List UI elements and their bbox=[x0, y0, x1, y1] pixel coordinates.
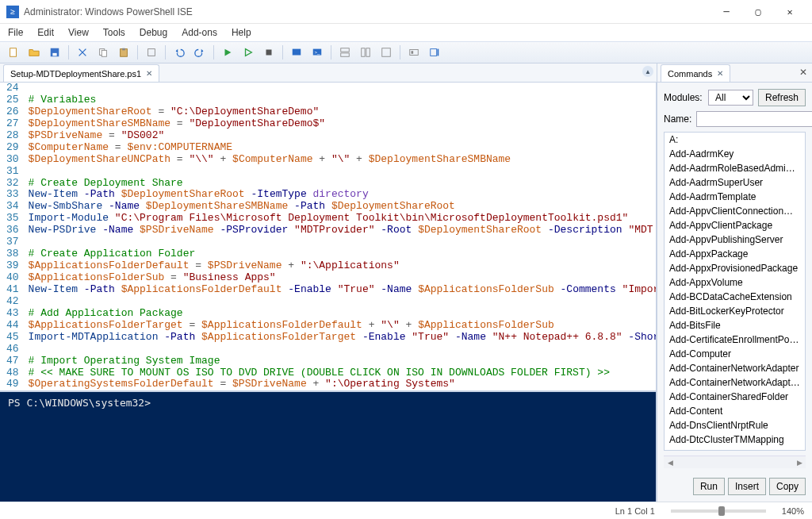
code-editor[interactable]: 2425# Variables26$DeploymentShareRoot = … bbox=[0, 83, 657, 390]
list-item[interactable]: Add-AppxProvisionedPackage bbox=[665, 261, 805, 275]
menu-debug[interactable]: Debug bbox=[136, 25, 170, 40]
code-line[interactable]: $OperatingSystemsFolderDefault = $PSDriv… bbox=[29, 379, 656, 390]
code-line[interactable] bbox=[29, 296, 656, 308]
code-line[interactable]: # Variables bbox=[29, 94, 656, 106]
clear-button[interactable] bbox=[143, 44, 160, 61]
run-selection-button[interactable] bbox=[239, 44, 257, 61]
list-item[interactable]: Add-Computer bbox=[665, 347, 805, 361]
code-line[interactable]: # Create Application Folder bbox=[29, 248, 656, 260]
insert-button[interactable]: Insert bbox=[728, 478, 766, 495]
list-item[interactable]: Add-AadrmTemplate bbox=[665, 190, 805, 204]
console-pane[interactable]: PS C:\WINDOWS\system32> bbox=[0, 390, 657, 502]
line-number: 36 bbox=[0, 225, 29, 236]
undo-button[interactable] bbox=[170, 44, 188, 61]
menu-add-ons[interactable]: Add-ons bbox=[178, 25, 220, 40]
code-line[interactable]: New-SmbShare -Name $DeploymentShareSMBNa… bbox=[29, 201, 656, 213]
svg-text:>_: >_ bbox=[315, 49, 321, 55]
code-line[interactable]: # Create Deployment Share bbox=[29, 178, 656, 190]
list-item[interactable]: Add-EtwTraceProvider bbox=[665, 447, 805, 451]
menu-edit[interactable]: Edit bbox=[34, 25, 57, 40]
tab-script[interactable]: Setup-MDTDeploymentShare.ps1 ✕ bbox=[3, 64, 159, 82]
tab-commands[interactable]: Commands ✕ bbox=[661, 64, 730, 82]
toggle-command-button[interactable] bbox=[426, 44, 443, 61]
list-item[interactable]: Add-AppvClientPackage bbox=[665, 218, 805, 233]
code-line[interactable] bbox=[29, 83, 656, 94]
list-item[interactable]: Add-AppxPackage bbox=[665, 247, 805, 261]
list-item[interactable]: Add-DtcClusterTMMapping bbox=[665, 432, 805, 447]
code-line[interactable] bbox=[29, 236, 656, 248]
list-item[interactable]: Add-BCDataCacheExtension bbox=[665, 290, 805, 304]
close-icon[interactable]: ✕ bbox=[146, 69, 152, 78]
code-line[interactable]: # Import Operating System Image bbox=[29, 356, 656, 367]
list-item[interactable]: Add-CertificateEnrollmentPolicyS bbox=[665, 333, 805, 347]
powershell-button[interactable]: >_ bbox=[308, 44, 326, 61]
tab-scroll-up-button[interactable]: ▲ bbox=[642, 66, 653, 77]
stop-button[interactable] bbox=[260, 44, 278, 61]
cut-button[interactable] bbox=[74, 44, 91, 61]
menu-tools[interactable]: Tools bbox=[100, 25, 128, 40]
list-item[interactable]: Add-BitsFile bbox=[665, 318, 805, 333]
list-item[interactable]: Add-AppvPublishingServer bbox=[665, 233, 805, 247]
code-line[interactable] bbox=[29, 166, 656, 178]
code-line[interactable]: $DeploymentShareSMBName = "DeploymentSha… bbox=[29, 118, 656, 130]
new-file-button[interactable] bbox=[5, 44, 22, 61]
list-item[interactable]: Add-AadrmRoleBasedAdministra bbox=[665, 161, 805, 175]
zoom-slider[interactable] bbox=[671, 509, 766, 513]
commands-list[interactable]: A:Add-AadrmKeyAdd-AadrmRoleBasedAdminist… bbox=[664, 132, 806, 451]
list-item[interactable]: Add-ContainerNetworkAdapter bbox=[665, 361, 805, 375]
panel-close-button[interactable]: ✕ bbox=[799, 67, 807, 78]
list-item[interactable]: Add-DnsClientNrptRule bbox=[665, 418, 805, 432]
code-line[interactable]: # Add Application Package bbox=[29, 308, 656, 320]
code-line[interactable]: $ApplicationsFolderTarget = $Application… bbox=[29, 320, 656, 332]
refresh-button[interactable]: Refresh bbox=[758, 89, 806, 106]
save-button[interactable] bbox=[46, 44, 63, 61]
menu-help[interactable]: Help bbox=[228, 25, 255, 40]
redo-button[interactable] bbox=[191, 44, 209, 61]
code-line[interactable]: $PSDriveName = "DS002" bbox=[29, 130, 656, 142]
code-line[interactable]: $ComputerName = $env:COMPUTERNAME bbox=[29, 142, 656, 154]
show-script-pane-top-button[interactable] bbox=[336, 44, 354, 61]
open-file-button[interactable] bbox=[25, 44, 43, 61]
run-script-button[interactable] bbox=[219, 44, 236, 61]
list-item[interactable]: Add-Content bbox=[665, 404, 805, 418]
paste-button[interactable] bbox=[115, 44, 132, 61]
list-horizontal-scrollbar[interactable]: ◀ ▶ bbox=[664, 456, 806, 468]
minimize-button[interactable]: ─ bbox=[710, 1, 742, 23]
list-item[interactable]: Add-ContainerNetworkAdapterSt bbox=[665, 375, 805, 390]
name-input[interactable] bbox=[696, 111, 812, 127]
scroll-left-icon[interactable]: ◀ bbox=[664, 456, 676, 468]
list-item[interactable]: A: bbox=[665, 133, 805, 147]
menu-view[interactable]: View bbox=[65, 25, 92, 40]
code-line[interactable]: # << MAKE SURE TO MOUNT OS ISO TO DVD DR… bbox=[29, 367, 656, 379]
code-line[interactable]: New-Item -Path $DeploymentShareRoot -Ite… bbox=[29, 189, 656, 201]
code-line[interactable]: $ApplicationsFolderDefault = $PSDriveNam… bbox=[29, 260, 656, 272]
new-remote-tab-button[interactable] bbox=[288, 44, 305, 61]
close-button[interactable]: ✕ bbox=[774, 1, 806, 23]
code-line[interactable]: $ApplicationsFolderSub = "Business Apps" bbox=[29, 272, 656, 284]
code-line[interactable] bbox=[29, 344, 656, 356]
copy-button[interactable] bbox=[94, 44, 112, 61]
run-button[interactable]: Run bbox=[693, 478, 725, 495]
list-item[interactable]: Add-BitLockerKeyProtector bbox=[665, 304, 805, 318]
code-line[interactable]: New-Item -Path $ApplicationsFolderDefaul… bbox=[29, 284, 656, 296]
modules-select[interactable]: All bbox=[708, 90, 753, 106]
list-item[interactable]: Add-AadrmKey bbox=[665, 147, 805, 161]
list-item[interactable]: Add-ContainerSharedFolder bbox=[665, 390, 805, 404]
list-item[interactable]: Add-AadrmSuperUser bbox=[665, 175, 805, 190]
list-item[interactable]: Add-AppxVolume bbox=[665, 275, 805, 290]
maximize-button[interactable]: ▢ bbox=[742, 1, 774, 23]
line-number: 26 bbox=[0, 106, 29, 118]
scroll-right-icon[interactable]: ▶ bbox=[793, 456, 806, 468]
code-line[interactable]: Import-Module "C:\Program Files\Microsof… bbox=[29, 213, 656, 225]
code-line[interactable]: $DeploymentShareUNCPath = "\\" + $Comput… bbox=[29, 154, 656, 166]
show-script-pane-right-button[interactable] bbox=[357, 44, 374, 61]
list-item[interactable]: Add-AppvClientConnectionGroup bbox=[665, 204, 805, 218]
code-line[interactable]: $DeploymentShareRoot = "C:\DeploymentSha… bbox=[29, 106, 656, 118]
show-script-pane-max-button[interactable] bbox=[377, 44, 395, 61]
intellisense-button[interactable] bbox=[405, 44, 423, 61]
close-icon[interactable]: ✕ bbox=[717, 69, 723, 78]
code-line[interactable]: Import-MDTApplication -Path $Application… bbox=[29, 332, 656, 344]
menu-file[interactable]: File bbox=[5, 25, 26, 40]
code-line[interactable]: New-PSDrive -Name $PSDriveName -PSProvid… bbox=[29, 225, 656, 236]
copy-button[interactable]: Copy bbox=[769, 478, 806, 495]
